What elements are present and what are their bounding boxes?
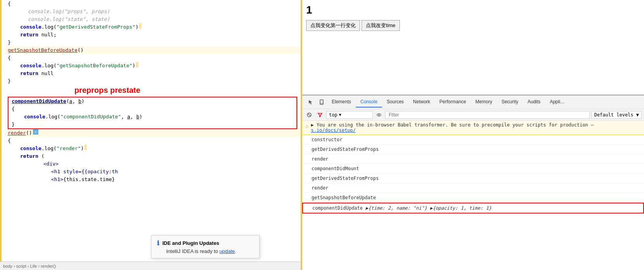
svg-line-3 xyxy=(308,114,310,116)
console-item-get-derived-2: getDerivedStateFromProps xyxy=(302,174,644,183)
code-line-snapshot: getSnapshotBeforeUpdate() xyxy=(5,46,302,54)
notification-popup: ℹ IDE and Plugin Updates IntelliJ IDEA i… xyxy=(151,235,260,258)
console-toolbar: top ▼ Default levels ▼ xyxy=(302,109,644,121)
devtools-tab-performance[interactable]: Performance xyxy=(435,97,471,108)
code-line: console.log("state", state) xyxy=(5,15,302,23)
preview-button-2[interactable]: 点我改变time xyxy=(362,20,400,31)
code-line: console.log("getDerivedStateFromProps") xyxy=(5,23,302,31)
code-editor: { console.log("props", props) console.lo… xyxy=(0,0,302,270)
default-levels-label: Default levels ▼ xyxy=(594,112,639,118)
code-line-render: render() ↗ xyxy=(5,129,302,137)
code-line: console.log("props", props) xyxy=(5,8,302,15)
code-line: } xyxy=(5,77,302,85)
code-content: { console.log("props", props) console.lo… xyxy=(0,0,302,261)
console-item-component-did-update: componentDidUpdate ▶{time: 2, name: "ni"… xyxy=(302,203,644,214)
code-line: <h1>{this.state.time} xyxy=(5,176,302,183)
console-filter-input[interactable] xyxy=(385,111,590,119)
code-line: { xyxy=(5,137,302,145)
context-selector-wrapper: top ▼ xyxy=(326,111,373,119)
warning-icon: ⚠ xyxy=(305,123,308,129)
preprops-label-container: preprops prestate xyxy=(5,85,302,97)
console-item-constructor: constructor xyxy=(302,135,644,145)
code-line: <h1 style={{opacity:th xyxy=(5,168,302,176)
browser-preview: 1 点我变化第一行变化 点我改变time xyxy=(302,0,644,95)
code-line: return ( xyxy=(5,152,302,160)
code-line: { xyxy=(5,0,302,8)
default-levels-dropdown[interactable]: Default levels ▼ xyxy=(591,111,642,119)
editor-status-bar: body › script › Life › render() xyxy=(0,261,302,270)
notification-header: ℹ IDE and Plugin Updates xyxy=(157,239,254,247)
devtools-tab-elements[interactable]: Elements xyxy=(327,97,356,108)
console-item-render-2: render xyxy=(302,183,644,193)
console-item-get-derived-1: getDerivedStateFromProps xyxy=(302,145,644,154)
code-line: { xyxy=(9,105,296,113)
preview-buttons: 点我变化第一行变化 点我改变time xyxy=(306,20,640,31)
preprops-label: preprops prestate xyxy=(74,86,140,95)
svg-point-5 xyxy=(379,114,380,115)
devtools-device-icon[interactable] xyxy=(316,97,327,108)
devtools-tab-audits[interactable]: Audits xyxy=(523,97,545,108)
devtools-tab-memory[interactable]: Memory xyxy=(471,97,497,108)
code-line: } xyxy=(9,121,296,128)
vertical-separator xyxy=(301,0,302,270)
devtools-cursor-icon[interactable] xyxy=(305,97,316,108)
info-icon: ℹ xyxy=(157,239,159,247)
console-output: ⚠ ▶ You are using the in-browser Babel t… xyxy=(302,121,644,270)
notification-text: IntelliJ IDEA is ready to xyxy=(166,248,219,254)
status-breadcrumb: body › script › Life › render() xyxy=(3,264,56,268)
code-line: return null; xyxy=(5,31,302,39)
devtools-tabs-bar: Elements Console Sources Network Perform… xyxy=(302,96,644,109)
code-line: <div> xyxy=(5,160,302,168)
console-item-component-did-mount: componentDidMount xyxy=(302,164,644,174)
warning-link[interactable]: s.io/docs/setup/ xyxy=(311,128,356,133)
svg-rect-0 xyxy=(320,100,323,104)
console-clear-button[interactable] xyxy=(305,110,314,120)
notification-suffix: . xyxy=(235,248,236,254)
code-line: } xyxy=(5,39,302,46)
component-did-update-args: ▶{time: 2, name: "ni"} ▶{opacity: 1, tim… xyxy=(363,205,491,211)
outlined-block: componentDidUpdate(a, b) { console.log("… xyxy=(8,97,297,129)
devtools-tab-sources[interactable]: Sources xyxy=(382,97,408,108)
eye-icon-button[interactable] xyxy=(374,110,384,120)
code-line: return null xyxy=(5,70,302,77)
context-dropdown-arrow[interactable]: ▼ xyxy=(339,113,341,117)
console-item-get-snapshot: getSnapshotBeforeUpdate xyxy=(302,193,644,203)
code-line: console.log("getSnapshotBeforeUpdate") xyxy=(5,62,302,70)
devtools-tab-console[interactable]: Console xyxy=(356,97,382,108)
component-did-update-text: componentDidUpdate xyxy=(312,205,363,211)
code-line: console.log("componentDidUpdate", a, b) xyxy=(9,113,296,121)
console-filter-toggle[interactable] xyxy=(315,110,325,120)
notification-title: IDE and Plugin Updates xyxy=(162,240,219,246)
code-line: { xyxy=(5,54,302,62)
code-line-component-did-update: componentDidUpdate(a, b) xyxy=(9,97,296,105)
preview-button-1[interactable]: 点我变化第一行变化 xyxy=(306,20,360,31)
notification-link[interactable]: update xyxy=(219,248,235,254)
devtools-panel: Elements Console Sources Network Perform… xyxy=(302,95,644,270)
right-panel: 1 点我变化第一行变化 点我改变time Elements Console So… xyxy=(302,0,644,270)
devtools-tab-appli[interactable]: Appli… xyxy=(545,97,570,108)
preview-title: 1 xyxy=(306,4,640,16)
console-warning-item: ⚠ ▶ You are using the in-browser Babel t… xyxy=(302,121,644,135)
warning-text: ▶ You are using the in-browser Babel tra… xyxy=(311,122,641,133)
notification-body: IntelliJ IDEA is ready to update. xyxy=(157,248,254,254)
console-item-render-1: render xyxy=(302,154,644,164)
devtools-tab-security[interactable]: Security xyxy=(497,97,523,108)
context-selector-value: top xyxy=(329,112,337,118)
code-line: console.log("render") xyxy=(5,145,302,152)
devtools-tab-network[interactable]: Network xyxy=(408,97,435,108)
